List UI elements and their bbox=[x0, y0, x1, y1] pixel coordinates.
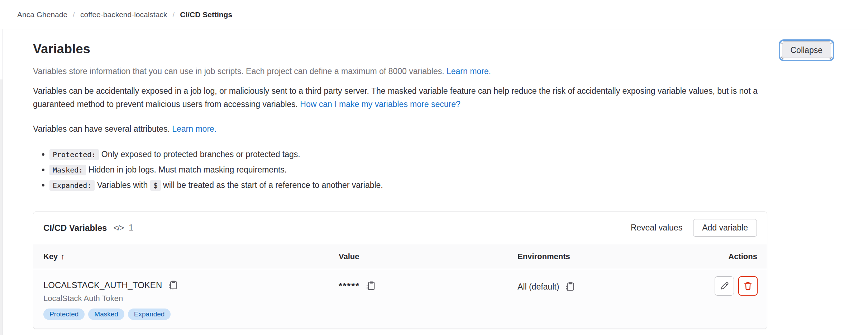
key-column-header[interactable]: Key↑ bbox=[33, 244, 339, 269]
masked-description: Hidden in job logs. Must match masking r… bbox=[89, 165, 287, 174]
dollar-code-chip: $ bbox=[150, 180, 161, 191]
variable-masked-value: ***** bbox=[339, 281, 360, 291]
attribute-masked-item: Masked: Hidden in job logs. Must match m… bbox=[49, 163, 767, 177]
cicd-variables-card: CI/CD Variables </> 1 Reveal values Add … bbox=[33, 212, 767, 329]
attribute-protected-item: Protected: Only exposed to protected bra… bbox=[49, 148, 767, 161]
card-header: CI/CD Variables </> 1 Reveal values Add … bbox=[33, 212, 767, 244]
variables-count: 1 bbox=[129, 223, 133, 233]
variables-description: Variables store information that you can… bbox=[33, 65, 767, 78]
key-header-label: Key bbox=[43, 252, 58, 261]
variables-warning: Variables can be accidentally exposed in… bbox=[33, 84, 767, 111]
copy-key-button[interactable] bbox=[167, 280, 178, 291]
attributes-intro-text: Variables can have several attributes. bbox=[33, 124, 170, 133]
variables-settings-section: Variables Collapse Variables store infor… bbox=[33, 29, 832, 335]
breadcrumb-current-page: CI/CD Settings bbox=[180, 10, 232, 19]
variables-table: Key↑ Value Environments Actions LOCALSTA… bbox=[33, 244, 767, 329]
copy-icon bbox=[564, 281, 575, 292]
edit-variable-button[interactable] bbox=[715, 276, 734, 296]
description-text: Variables store information that you can… bbox=[33, 67, 444, 76]
protected-description: Only exposed to protected branches or pr… bbox=[101, 150, 300, 159]
variable-environments: All (default) bbox=[518, 282, 559, 292]
breadcrumb-separator: / bbox=[73, 10, 75, 19]
breadcrumb-project-link[interactable]: coffee-backend-localstack bbox=[80, 10, 167, 19]
variable-key: LOCALSTACK_AUTH_TOKEN bbox=[43, 280, 162, 290]
learn-more-link[interactable]: Learn more. bbox=[447, 67, 491, 76]
add-variable-button[interactable]: Add variable bbox=[693, 219, 757, 237]
copy-icon bbox=[167, 280, 178, 291]
masked-code-chip: Masked: bbox=[49, 165, 86, 175]
attribute-expanded-item: Expanded: Variables with $ will be treat… bbox=[49, 179, 767, 192]
expanded-description-before: Variables with bbox=[97, 180, 148, 190]
breadcrumb-group-link[interactable]: Anca Ghenade bbox=[17, 10, 67, 19]
badge-masked: Masked bbox=[88, 309, 124, 320]
actions-column-header: Actions bbox=[679, 244, 767, 269]
trash-icon bbox=[743, 281, 753, 291]
badge-protected: Protected bbox=[43, 309, 85, 320]
sidebar-edge bbox=[0, 29, 3, 335]
protected-code-chip: Protected: bbox=[49, 149, 99, 160]
value-column-header: Value bbox=[339, 244, 518, 269]
variables-secure-link[interactable]: How can I make my variables more secure? bbox=[300, 99, 460, 109]
reveal-values-button[interactable]: Reveal values bbox=[624, 219, 690, 236]
attributes-list: Protected: Only exposed to protected bra… bbox=[33, 148, 767, 192]
badge-expanded: Expanded bbox=[128, 309, 171, 320]
card-title: CI/CD Variables bbox=[43, 223, 107, 233]
expanded-description-after: will be treated as the start of a refere… bbox=[163, 180, 383, 190]
pencil-icon bbox=[719, 281, 729, 291]
copy-value-button[interactable] bbox=[365, 281, 376, 291]
table-header-row: Key↑ Value Environments Actions bbox=[33, 244, 767, 269]
code-icon: </> bbox=[113, 223, 124, 233]
collapse-button[interactable]: Collapse bbox=[781, 42, 833, 59]
environments-column-header: Environments bbox=[518, 244, 679, 269]
copy-environments-button[interactable] bbox=[564, 281, 575, 292]
sort-ascending-icon: ↑ bbox=[61, 252, 65, 261]
copy-icon bbox=[365, 281, 376, 291]
attributes-learn-more-link[interactable]: Learn more. bbox=[172, 124, 216, 133]
page-title: Variables bbox=[33, 42, 90, 57]
expanded-code-chip: Expanded: bbox=[49, 180, 95, 191]
variable-badges: Protected Masked Expanded bbox=[43, 309, 339, 320]
variables-attributes-intro: Variables can have several attributes. L… bbox=[33, 122, 767, 136]
breadcrumb: Anca Ghenade / coffee-backend-localstack… bbox=[0, 0, 868, 29]
breadcrumb-separator: / bbox=[172, 10, 175, 19]
variable-description: LocalStack Auth Token bbox=[43, 294, 339, 303]
variable-row: LOCALSTACK_AUTH_TOKEN LocalStack Aut bbox=[33, 269, 767, 329]
delete-variable-button[interactable] bbox=[738, 276, 758, 296]
